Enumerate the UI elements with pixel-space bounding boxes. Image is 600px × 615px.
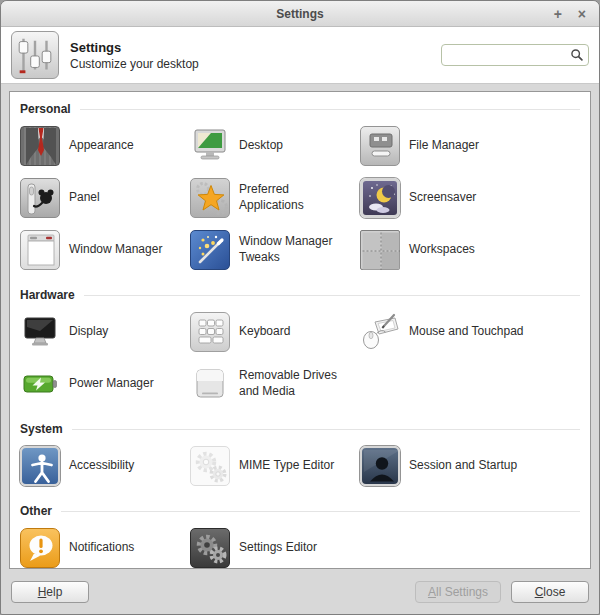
accessibility-icon [20,446,60,486]
window-title: Settings [276,7,323,21]
notifications-icon [20,528,60,568]
section-divider [84,295,580,296]
item-file-manager[interactable]: File Manager [360,126,580,166]
item-label: Window Manager [69,242,162,258]
item-window-manager[interactable]: Window Manager [20,230,190,270]
section-divider [72,429,580,430]
workspaces-icon [360,230,400,270]
item-label: Desktop [239,138,283,154]
section-title: System [20,422,63,436]
section-hardware: Hardware Display Keyboard Mouse and Touc… [20,288,580,404]
section-system: System Accessibility MIME Type Editor Se… [20,422,580,486]
panel-icon [20,178,60,218]
removable-drives-icon [190,364,230,404]
settings-editor-icon [190,528,230,568]
mouse-touchpad-icon [360,312,400,352]
desktop-icon [190,126,230,166]
item-window-manager-tweaks[interactable]: Window Manager Tweaks [190,230,360,270]
item-label: Accessibility [69,458,134,474]
item-removable-drives-and-media[interactable]: Removable Drives and Media [190,364,360,404]
section-divider [80,109,580,110]
page-title: Settings [70,40,199,55]
settings-grid: Personal Appearance Desktop File Manager… [9,91,591,569]
preferred-applications-icon [190,178,230,218]
screensaver-icon [360,178,400,218]
section-title: Hardware [20,288,75,302]
item-label: Panel [69,190,100,206]
item-label: Removable Drives and Media [239,368,349,399]
item-workspaces[interactable]: Workspaces [360,230,580,270]
footer: Help All Settings Close [1,569,599,614]
close-button[interactable]: Close [511,581,589,603]
session-startup-icon [360,446,400,486]
search-icon [570,48,584,62]
section-other: Other Notifications Settings Editor [20,504,580,568]
item-notifications[interactable]: Notifications [20,528,190,568]
mime-type-icon [190,446,230,486]
section-title: Other [20,504,52,518]
settings-mixer-icon [11,31,59,79]
item-label: Screensaver [409,190,476,206]
item-appearance[interactable]: Appearance [20,126,190,166]
item-mouse-and-touchpad[interactable]: Mouse and Touchpad [360,312,580,352]
item-label: File Manager [409,138,479,154]
item-preferred-applications[interactable]: Preferred Applications [190,178,360,218]
appearance-icon [20,126,60,166]
item-label: Preferred Applications [239,182,349,213]
titlebar[interactable]: Settings + × [1,1,599,27]
item-display[interactable]: Display [20,312,190,352]
item-label: Settings Editor [239,540,317,556]
item-label: Mouse and Touchpad [409,324,524,340]
item-label: Appearance [69,138,134,154]
item-label: MIME Type Editor [239,458,334,474]
close-window-button[interactable]: × [575,6,589,22]
window-manager-icon [20,230,60,270]
page-subtitle: Customize your desktop [70,57,199,71]
header: Settings Customize your desktop [1,27,599,84]
display-icon [20,312,60,352]
item-screensaver[interactable]: Screensaver [360,178,580,218]
item-panel[interactable]: Panel [20,178,190,218]
section-divider [61,511,580,512]
file-manager-icon [360,126,400,166]
main-area: Personal Appearance Desktop File Manager… [1,84,599,569]
item-label: Power Manager [69,376,154,392]
section-title: Personal [20,102,71,116]
item-label: Workspaces [409,242,475,258]
item-label: Display [69,324,108,340]
item-desktop[interactable]: Desktop [190,126,360,166]
all-settings-button[interactable]: All Settings [415,581,501,603]
item-keyboard[interactable]: Keyboard [190,312,360,352]
item-mime-type-editor[interactable]: MIME Type Editor [190,446,360,486]
item-power-manager[interactable]: Power Manager [20,364,190,404]
item-settings-editor[interactable]: Settings Editor [190,528,360,568]
item-label: Window Manager Tweaks [239,234,349,265]
keyboard-icon [190,312,230,352]
maximize-button[interactable]: + [551,6,565,22]
search-input[interactable] [441,44,589,66]
help-button[interactable]: Help [11,581,89,603]
window-manager-tweaks-icon [190,230,230,270]
power-manager-icon [20,364,60,404]
section-personal: Personal Appearance Desktop File Manager… [20,102,580,270]
item-label: Keyboard [239,324,290,340]
item-label: Session and Startup [409,458,517,474]
item-accessibility[interactable]: Accessibility [20,446,190,486]
item-label: Notifications [69,540,134,556]
settings-window: Settings + × Settings Customize your des… [0,0,600,615]
item-session-and-startup[interactable]: Session and Startup [360,446,580,486]
